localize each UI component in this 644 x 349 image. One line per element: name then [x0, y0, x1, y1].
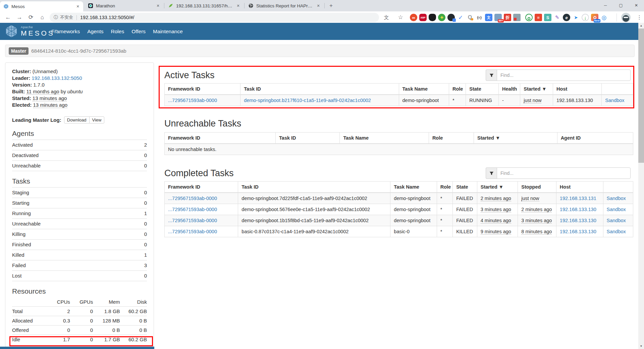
- pen-extension-icon[interactable]: ✎: [553, 14, 561, 21]
- tool-extension-icon[interactable]: [513, 14, 521, 21]
- framework-id-link[interactable]: ...7295671593ab-0000: [168, 98, 217, 103]
- close-icon[interactable]: ✕: [316, 3, 321, 8]
- zhe-coupon-extension-icon[interactable]: 折: [504, 14, 511, 21]
- reload-icon[interactable]: ⟳: [26, 13, 36, 22]
- notes-extension-icon[interactable]: ≡: [535, 14, 542, 21]
- framework-id-link[interactable]: ...7295671593ab-0000: [168, 218, 217, 223]
- col-task-id[interactable]: Task ID: [276, 133, 340, 144]
- e-extension-icon[interactable]: e: [563, 14, 570, 21]
- coin-extension-icon[interactable]: ✚: [438, 14, 445, 21]
- tab-marathon[interactable]: Marathon ✕: [85, 0, 163, 11]
- address-bar[interactable]: ⓘ 不安全 192.168.133.132:5050/#/: [50, 13, 379, 22]
- col-started-sorted[interactable]: Started ▼: [520, 84, 553, 95]
- col-state[interactable]: State: [453, 182, 477, 193]
- close-icon[interactable]: ✕: [75, 4, 80, 9]
- google-translate-extension-icon[interactable]: 文: [485, 14, 492, 21]
- badge99-extension-icon[interactable]: 99+: [494, 14, 502, 21]
- sandbox-link[interactable]: Sandbox: [607, 196, 626, 201]
- nav-item-agents[interactable]: Agents: [84, 29, 107, 35]
- camera-extension-icon[interactable]: New: [591, 14, 598, 21]
- translate-icon[interactable]: 文: [382, 13, 390, 21]
- col-state[interactable]: State: [466, 84, 499, 95]
- page-scrollbar[interactable]: ▲ ▼: [638, 23, 644, 349]
- tab-mesos[interactable]: Mesos ✕: [0, 1, 83, 11]
- col-framework-id[interactable]: Framework ID: [165, 182, 238, 193]
- check-extension-icon[interactable]: ✓: [457, 14, 464, 21]
- col-task-name[interactable]: Task Name: [340, 133, 429, 144]
- close-icon[interactable]: ✕: [235, 3, 241, 8]
- download-extension-icon[interactable]: ↓: [582, 14, 589, 21]
- s-extension-icon[interactable]: S: [544, 14, 551, 21]
- col-task-name[interactable]: Task Name: [390, 182, 437, 193]
- url-text[interactable]: 192.168.133.132:5050/#/: [80, 15, 134, 20]
- resources-heading: Resources: [12, 287, 147, 295]
- cat-extension-icon[interactable]: [429, 14, 436, 21]
- host-link[interactable]: 192.168.133.131: [560, 196, 596, 201]
- col-host[interactable]: Host: [553, 84, 602, 95]
- maximize-button[interactable]: ▢: [613, 0, 629, 11]
- col-role[interactable]: Role: [449, 84, 466, 95]
- active-find-input[interactable]: [497, 69, 631, 81]
- back-icon[interactable]: ←: [3, 13, 13, 22]
- framework-id-link[interactable]: ...7295671593ab-0000: [168, 196, 217, 201]
- proxy-extension-icon[interactable]: ∞: [410, 14, 417, 21]
- nav-item-roles[interactable]: Roles: [107, 29, 128, 35]
- col-role[interactable]: Role: [429, 133, 474, 144]
- tab-spring-hello[interactable]: 192.168.133.131:31657/hello w ✕: [165, 0, 244, 11]
- chrome-menu-icon[interactable]: ⋮: [636, 13, 643, 22]
- col-framework-id[interactable]: Framework ID: [165, 84, 240, 95]
- profile-avatar[interactable]: [621, 13, 631, 22]
- host-link[interactable]: 192.168.133.130: [560, 218, 596, 223]
- col-started-sorted[interactable]: Started ▼: [474, 133, 557, 144]
- sandbox-link[interactable]: Sandbox: [605, 98, 624, 103]
- nav-item-offers[interactable]: Offers: [128, 29, 149, 35]
- scroll-up-icon[interactable]: ▲: [638, 23, 644, 29]
- json-braces-extension-icon[interactable]: {≡}: [476, 14, 483, 21]
- q-extension-icon[interactable]: Q: [466, 14, 474, 21]
- close-icon[interactable]: ✕: [155, 3, 161, 8]
- spiral-extension-icon[interactable]: ◎: [600, 14, 608, 21]
- nav-item-maintenance[interactable]: Maintenance: [149, 29, 186, 35]
- scrollbar-thumb[interactable]: [638, 29, 644, 163]
- col-host[interactable]: Host: [556, 182, 603, 193]
- built-line: Built: 11 months ago by ubuntu: [12, 88, 147, 95]
- sandbox-link[interactable]: Sandbox: [607, 218, 626, 223]
- minimize-button[interactable]: ─: [598, 0, 613, 11]
- forward-icon[interactable]: →: [15, 13, 24, 22]
- leader-link[interactable]: 192.168.133.132:5050: [32, 75, 82, 81]
- scroll-down-icon[interactable]: ▼: [638, 343, 644, 349]
- col-started-sorted[interactable]: Started ▼: [477, 182, 518, 193]
- stat-label: Lost: [12, 272, 21, 279]
- host-link[interactable]: 192.168.133.130: [560, 207, 596, 212]
- download-log-button[interactable]: Download: [64, 116, 90, 123]
- col-task-id[interactable]: Task ID: [238, 182, 390, 193]
- person-extension-icon[interactable]: [525, 14, 533, 21]
- completed-find-input[interactable]: [497, 167, 631, 179]
- bookmark-star-icon[interactable]: ☆: [396, 13, 405, 21]
- octocat-extension-icon[interactable]: [447, 14, 455, 21]
- close-window-button[interactable]: ✕: [629, 0, 644, 11]
- task-id-link[interactable]: demo-springboot.b217f610-c1a5-11e9-aaf9-…: [244, 98, 371, 103]
- host-link[interactable]: 192.168.133.130: [560, 229, 596, 234]
- adblock-plus-extension-icon[interactable]: ABP: [419, 14, 427, 21]
- new-tab-button[interactable]: +: [327, 2, 335, 10]
- sandbox-link[interactable]: Sandbox: [607, 229, 626, 234]
- view-log-button[interactable]: View: [89, 116, 105, 123]
- built-user: ubuntu: [67, 89, 83, 94]
- framework-id-link[interactable]: ...7295671593ab-0000: [168, 207, 217, 212]
- info-icon[interactable]: ⓘ: [54, 14, 58, 20]
- col-cpus: CPUs: [47, 297, 70, 307]
- sandbox-link[interactable]: Sandbox: [607, 207, 626, 212]
- col-agent-id[interactable]: Agent ID: [557, 133, 633, 144]
- tab-haproxy-stats[interactable]: Statistics Report for HAProxy ✕: [245, 0, 324, 11]
- col-task-id[interactable]: Task ID: [240, 84, 399, 95]
- col-health[interactable]: Health: [499, 84, 520, 95]
- home-icon[interactable]: ⌂: [38, 13, 47, 22]
- col-role[interactable]: Role: [437, 182, 452, 193]
- col-framework-id[interactable]: Framework ID: [165, 133, 276, 144]
- col-stopped[interactable]: Stopped: [518, 182, 556, 193]
- col-task-name[interactable]: Task Name: [399, 84, 449, 95]
- nav-item-frameworks[interactable]: Frameworks: [48, 29, 84, 35]
- framework-id-link[interactable]: ...7295671593ab-0000: [168, 229, 217, 234]
- forward-arrow-extension-icon[interactable]: ➤: [572, 14, 580, 21]
